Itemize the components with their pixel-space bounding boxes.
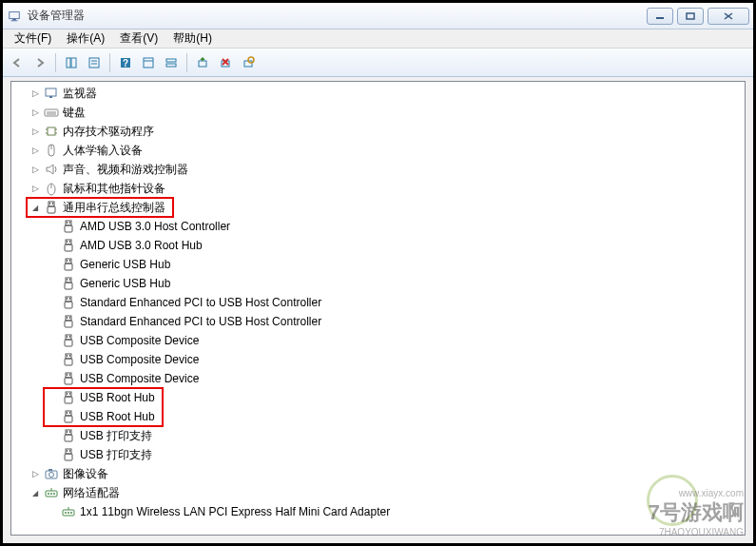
svg-rect-66 — [66, 335, 71, 340]
minimize-button[interactable] — [647, 8, 673, 25]
usb-icon — [61, 276, 76, 291]
tree-node[interactable]: 通用串行总线控制器 — [11, 198, 745, 217]
tree-node[interactable]: USB Root Hub — [11, 407, 745, 426]
menu-file[interactable]: 文件(F) — [7, 29, 59, 49]
tree-label: USB Composite Device — [80, 334, 199, 347]
imaging-icon — [44, 466, 59, 481]
svg-rect-91 — [65, 454, 72, 460]
usb-icon — [61, 371, 76, 386]
tree-node[interactable]: USB Composite Device — [11, 331, 745, 350]
uninstall-button[interactable] — [215, 52, 236, 73]
tree-node[interactable]: Generic USB Hub — [11, 255, 745, 274]
properties-button[interactable] — [84, 52, 105, 73]
svg-point-104 — [68, 512, 69, 514]
svg-rect-54 — [66, 278, 71, 283]
svg-rect-68 — [67, 336, 68, 338]
tree-node[interactable]: USB 打印支持 — [11, 426, 745, 445]
expander-icon[interactable] — [29, 467, 42, 480]
svg-point-105 — [70, 512, 72, 514]
tree-node[interactable]: Generic USB Hub — [11, 274, 745, 293]
tree-label: 通用串行总线控制器 — [63, 200, 165, 216]
app-icon — [7, 9, 22, 24]
mouse-icon — [44, 181, 59, 196]
tree-label: USB 打印支持 — [80, 447, 152, 463]
svg-rect-70 — [66, 354, 71, 359]
tree-node[interactable]: 内存技术驱动程序 — [11, 122, 745, 141]
menu-action[interactable]: 操作(A) — [59, 29, 112, 49]
toolbar-separator — [186, 53, 187, 72]
tree-node[interactable]: USB Root Hub — [11, 388, 745, 407]
tree-node[interactable]: 人体学输入设备 — [11, 141, 745, 160]
tree-node[interactable]: 声音、视频和游戏控制器 — [11, 160, 745, 179]
expander-icon[interactable] — [29, 106, 42, 119]
svg-rect-25 — [49, 96, 52, 98]
view-mode-button[interactable] — [138, 52, 159, 73]
usb-icon — [61, 219, 76, 234]
tree-node[interactable]: AMD USB 3.0 Host Controller — [11, 217, 745, 236]
svg-rect-7 — [67, 58, 70, 68]
tree-node[interactable]: 图像设备 — [11, 464, 745, 483]
svg-rect-49 — [69, 241, 70, 243]
svg-rect-39 — [48, 206, 55, 213]
svg-point-98 — [48, 493, 49, 495]
svg-rect-40 — [49, 203, 50, 205]
svg-rect-47 — [65, 244, 72, 251]
tree-label: USB Composite Device — [80, 353, 199, 366]
svg-rect-45 — [69, 222, 70, 224]
tree-node[interactable]: Standard Enhanced PCI to USB Host Contro… — [11, 312, 745, 331]
expander-icon[interactable] — [29, 163, 42, 176]
scan-hardware-button[interactable] — [238, 52, 259, 73]
tree-node[interactable]: 1x1 11bgn Wireless LAN PCI Express Half … — [11, 502, 745, 521]
svg-rect-51 — [65, 263, 72, 270]
close-button[interactable] — [708, 8, 749, 25]
hid-icon — [44, 143, 59, 158]
tree-label: Standard Enhanced PCI to USB Host Contro… — [80, 315, 321, 328]
tree-node[interactable]: AMD USB 3.0 Root Hub — [11, 236, 745, 255]
svg-rect-59 — [65, 302, 72, 308]
tree-node[interactable]: 监视器 — [11, 84, 745, 103]
maximize-button[interactable] — [677, 8, 704, 25]
tree-label: Standard Enhanced PCI to USB Host Contro… — [80, 296, 321, 309]
expander-icon[interactable] — [29, 87, 42, 100]
back-button[interactable] — [7, 52, 28, 73]
svg-rect-81 — [69, 393, 70, 395]
tree-node[interactable]: 键盘 — [11, 103, 745, 122]
tree-label: USB Composite Device — [80, 372, 199, 385]
device-list-button[interactable] — [161, 52, 182, 73]
svg-rect-73 — [69, 355, 70, 357]
tree-node[interactable]: Standard Enhanced PCI to USB Host Contro… — [11, 293, 745, 312]
tree-label: 图像设备 — [63, 466, 108, 482]
usb-icon — [61, 333, 76, 348]
tree-node[interactable]: USB Composite Device — [11, 369, 745, 388]
svg-rect-67 — [65, 340, 72, 346]
forward-button[interactable] — [29, 52, 50, 73]
expander-icon[interactable] — [29, 182, 42, 195]
toolbar: ? — [3, 49, 753, 77]
menu-view[interactable]: 查看(V) — [112, 29, 165, 49]
svg-rect-50 — [66, 259, 71, 263]
svg-rect-1 — [12, 18, 16, 20]
expander-icon[interactable] — [29, 144, 42, 157]
show-hide-tree-button[interactable] — [61, 52, 82, 73]
expander-icon[interactable] — [29, 201, 42, 214]
tree-node[interactable]: USB 打印支持 — [11, 445, 745, 464]
menu-help[interactable]: 帮助(H) — [165, 29, 220, 49]
tree-node[interactable]: USB Composite Device — [11, 350, 745, 369]
help-button[interactable]: ? — [115, 52, 136, 73]
expander-icon[interactable] — [29, 125, 42, 138]
device-tree[interactable]: 监视器键盘内存技术驱动程序人体学输入设备声音、视频和游戏控制器鼠标和其他指针设备… — [11, 82, 745, 535]
tree-label: AMD USB 3.0 Host Controller — [80, 220, 230, 233]
svg-rect-56 — [67, 279, 68, 281]
svg-rect-9 — [89, 58, 99, 68]
tree-label: USB Root Hub — [80, 410, 155, 423]
svg-rect-84 — [67, 412, 68, 414]
svg-rect-14 — [144, 58, 153, 68]
update-driver-button[interactable] — [192, 52, 213, 73]
tree-node[interactable]: 网络适配器 — [11, 483, 745, 502]
tree-label: USB 打印支持 — [80, 428, 152, 444]
expander-icon[interactable] — [29, 486, 42, 499]
usb-icon — [61, 409, 76, 424]
tree-label: USB Root Hub — [80, 391, 155, 404]
tree-node[interactable]: 鼠标和其他指针设备 — [11, 179, 745, 198]
svg-rect-74 — [66, 373, 71, 378]
